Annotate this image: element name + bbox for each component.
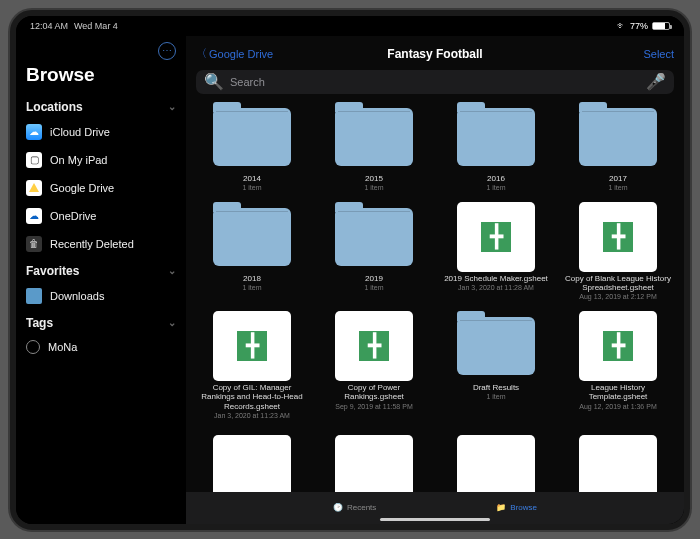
file-item[interactable]: 20141 item	[198, 102, 306, 192]
more-button[interactable]: ⋯	[158, 42, 176, 60]
file-thumb	[454, 430, 538, 492]
file-meta: Jan 3, 2020 at 11:23 AM	[214, 412, 290, 420]
search-input[interactable]	[230, 76, 640, 88]
sidebar-item-label: Google Drive	[50, 182, 114, 194]
file-item[interactable]	[442, 430, 550, 492]
file-meta: 1 item	[364, 184, 383, 192]
file-thumb	[332, 430, 416, 492]
sidebar-item-label: MoNa	[48, 341, 77, 353]
file-meta: Sep 9, 2019 at 11:58 PM	[335, 403, 412, 411]
file-meta: Aug 12, 2019 at 1:36 PM	[579, 403, 656, 411]
file-item[interactable]: ╋Copy of GIL: Manager Rankings and Head-…	[198, 311, 306, 420]
sidebar-item-tag-mona[interactable]: MoNa	[26, 334, 176, 360]
gsheet-icon: ╋	[454, 202, 538, 272]
status-time: 12:04 AM	[30, 21, 68, 31]
file-meta: Jan 3, 2020 at 11:28 AM	[458, 284, 534, 292]
file-meta: 1 item	[364, 284, 383, 292]
file-grid: 20141 item20151 item20161 item20171 item…	[198, 102, 672, 492]
sidebar-item-onedrive[interactable]: ☁ OneDrive	[26, 202, 176, 230]
file-item[interactable]: ╋League History Template.gsheetAug 12, 2…	[564, 311, 672, 420]
section-locations[interactable]: Locations ⌄	[26, 94, 176, 118]
file-thumb	[210, 430, 294, 492]
sidebar: ⋯ Browse Locations ⌄ ☁ iCloud Drive ▢ On…	[16, 36, 186, 524]
main-panel: 〈 Google Drive Fantasy Football Select 🔍…	[186, 36, 684, 524]
sidebar-item-label: Downloads	[50, 290, 104, 302]
folder-icon	[454, 311, 538, 381]
folder-icon	[26, 288, 42, 304]
section-label: Tags	[26, 316, 53, 330]
select-button[interactable]: Select	[643, 48, 674, 60]
status-date: Wed Mar 4	[74, 21, 118, 31]
file-name: Copy of GIL: Manager Rankings and Head-t…	[198, 383, 306, 420]
battery-icon	[652, 22, 670, 30]
ipad-frame: 12:04 AM Wed Mar 4 ᯤ 77% ⋯ Browse Locati…	[10, 10, 690, 530]
file-name: 2019 Schedule Maker.gsheetJan 3, 2020 at…	[443, 274, 549, 292]
file-item[interactable]: 20161 item	[442, 102, 550, 192]
file-item[interactable]: 20191 item	[320, 202, 428, 301]
file-item[interactable]	[320, 430, 428, 492]
tab-browse[interactable]: 📁 Browse	[496, 503, 537, 512]
search-field[interactable]: 🔍 🎤	[196, 70, 674, 94]
sidebar-item-label: iCloud Drive	[50, 126, 110, 138]
sidebar-item-gdrive[interactable]: Google Drive	[26, 174, 176, 202]
file-name: Copy of Blank League History Spreadsheet…	[564, 274, 672, 301]
folder-icon	[210, 102, 294, 172]
file-item[interactable]	[198, 430, 306, 492]
sidebar-item-ipad[interactable]: ▢ On My iPad	[26, 146, 176, 174]
icloud-icon: ☁	[26, 124, 42, 140]
section-label: Favorites	[26, 264, 79, 278]
file-item[interactable]: 20181 item	[198, 202, 306, 301]
file-meta: 1 item	[608, 184, 627, 192]
gsheet-icon: ╋	[576, 311, 660, 381]
sidebar-item-label: Recently Deleted	[50, 238, 134, 250]
file-name: 20141 item	[241, 174, 262, 192]
file-meta: 1 item	[486, 393, 505, 401]
chevron-down-icon: ⌄	[168, 265, 176, 276]
file-name: 20161 item	[485, 174, 506, 192]
file-thumb	[576, 430, 660, 492]
chevron-left-icon: 〈	[196, 46, 207, 61]
sidebar-item-icloud[interactable]: ☁ iCloud Drive	[26, 118, 176, 146]
file-item[interactable]	[564, 430, 672, 492]
back-button[interactable]: 〈 Google Drive	[196, 46, 273, 61]
battery-pct: 77%	[630, 21, 648, 31]
file-name: 20171 item	[607, 174, 628, 192]
folder-icon	[332, 102, 416, 172]
sidebar-item-label: On My iPad	[50, 154, 107, 166]
back-label: Google Drive	[209, 48, 273, 60]
file-name: League History Template.gsheetAug 12, 20…	[564, 383, 672, 410]
file-item[interactable]: ╋Copy of Power Rankings.gsheetSep 9, 201…	[320, 311, 428, 420]
file-item[interactable]: ╋2019 Schedule Maker.gsheetJan 3, 2020 a…	[442, 202, 550, 301]
file-item[interactable]: 20171 item	[564, 102, 672, 192]
file-name: 20181 item	[241, 274, 262, 292]
chevron-down-icon: ⌄	[168, 317, 176, 328]
file-item[interactable]: ╋Copy of Blank League History Spreadshee…	[564, 202, 672, 301]
sidebar-item-downloads[interactable]: Downloads	[26, 282, 176, 310]
file-name: Draft Results1 item	[472, 383, 520, 401]
file-name: 20151 item	[363, 174, 384, 192]
file-meta: 1 item	[242, 284, 261, 292]
folder-icon	[576, 102, 660, 172]
file-item[interactable]: 20151 item	[320, 102, 428, 192]
sidebar-item-label: OneDrive	[50, 210, 96, 222]
ipad-icon: ▢	[26, 152, 42, 168]
clock-icon: 🕑	[333, 503, 343, 512]
gsheet-icon: ╋	[576, 202, 660, 272]
mic-icon[interactable]: 🎤	[646, 72, 666, 91]
file-name: 20191 item	[363, 274, 384, 292]
tab-recents[interactable]: 🕑 Recents	[333, 503, 376, 512]
bottom-tab-bar: 🕑 Recents 📁 Browse	[186, 492, 684, 524]
file-item[interactable]: Draft Results1 item	[442, 311, 550, 420]
home-indicator[interactable]	[380, 518, 490, 521]
search-icon: 🔍	[204, 72, 224, 91]
file-meta: 1 item	[486, 184, 505, 192]
gdrive-icon	[26, 180, 42, 196]
wifi-icon: ᯤ	[617, 21, 626, 31]
gsheet-icon: ╋	[332, 311, 416, 381]
section-tags[interactable]: Tags ⌄	[26, 310, 176, 334]
folder-icon	[210, 202, 294, 272]
sidebar-item-trash[interactable]: 🗑 Recently Deleted	[26, 230, 176, 258]
file-meta: 1 item	[242, 184, 261, 192]
section-label: Locations	[26, 100, 83, 114]
section-favorites[interactable]: Favorites ⌄	[26, 258, 176, 282]
